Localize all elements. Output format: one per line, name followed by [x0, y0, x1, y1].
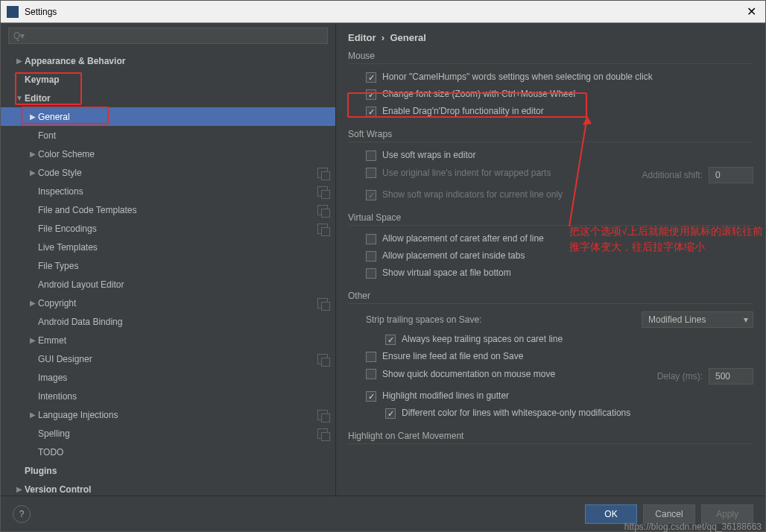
strip-label: Strip trailing spaces on Save:: [366, 314, 481, 325]
search-input[interactable]: [8, 28, 328, 44]
checkbox-icon[interactable]: [366, 151, 376, 161]
tree-item-todo[interactable]: TODO: [1, 443, 335, 461]
checkbox-label: Honor "CamelHumps" words settings when s…: [382, 72, 653, 82]
checkbox-icon: [366, 190, 376, 200]
option-quickdoc[interactable]: Show quick documentation on mouse move D…: [348, 365, 753, 387]
tree-item-label: Plugins: [25, 466, 328, 476]
tree-item-intentions[interactable]: Intentions: [1, 387, 335, 405]
checkbox-icon[interactable]: [366, 72, 376, 83]
strip-select[interactable]: Modified Lines: [642, 311, 753, 328]
tree-item-label: File Types: [38, 261, 328, 271]
cancel-button[interactable]: Cancel: [643, 504, 695, 524]
tree-item-font[interactable]: Font: [1, 126, 335, 145]
option-virtual-tabs[interactable]: Allow placement of caret inside tabs: [348, 247, 753, 265]
checkbox-label: Change font size (Zoom) with Ctrl+Mouse …: [382, 89, 575, 99]
tree-item-inspections[interactable]: Inspections: [1, 182, 335, 200]
titlebar: Settings ✕: [1, 1, 765, 23]
tree-item-images[interactable]: Images: [1, 368, 335, 387]
tree-item-keymap[interactable]: Keymap: [1, 70, 335, 89]
delay-label: Delay (ms):: [657, 371, 703, 381]
checkbox-icon[interactable]: [366, 107, 376, 117]
tree-arrow-icon[interactable]: ▶: [28, 411, 38, 419]
checkbox-label: Use original line's indent for wrapped p…: [382, 168, 551, 178]
settings-tree[interactable]: ▶Appearance & BehaviorKeymap▼Editor▶Gene…: [1, 48, 335, 495]
tree-item-android-layout-editor[interactable]: Android Layout Editor: [1, 275, 335, 294]
checkbox-icon[interactable]: [366, 251, 376, 262]
checkbox-icon[interactable]: [366, 89, 376, 100]
checkbox-icon[interactable]: [385, 335, 396, 345]
option-zoom[interactable]: Change font size (Zoom) with Ctrl+Mouse …: [348, 86, 753, 103]
tree-item-gui-designer[interactable]: GUI Designer: [1, 349, 335, 368]
delay-input: [709, 368, 753, 384]
tree-arrow-icon[interactable]: ▶: [14, 485, 25, 493]
tree-arrow-icon[interactable]: ▶: [14, 57, 25, 65]
tree-item-android-data-binding[interactable]: Android Data Binding: [1, 312, 335, 331]
main-panel: Editor › General Mouse Honor "CamelHumps…: [336, 23, 765, 495]
tree-item-label: File and Code Templates: [38, 205, 317, 215]
checkbox-icon: [366, 168, 376, 178]
option-softwrap-indent: Use original line's indent for wrapped p…: [348, 164, 753, 186]
tree-item-label: TODO: [38, 447, 328, 457]
option-highlight-mod[interactable]: Highlight modified lines in gutter: [348, 387, 753, 405]
tree-item-spelling[interactable]: Spelling: [1, 424, 335, 443]
tree-item-label: Intentions: [38, 391, 328, 402]
tree-item-label: Images: [38, 373, 328, 383]
tree-item-label: Copyright: [38, 298, 317, 308]
tree-item-general[interactable]: ▶General: [1, 107, 335, 126]
checkbox-label: Show soft wrap indicators for current li…: [382, 189, 563, 200]
tree-item-live-templates[interactable]: Live Templates: [1, 238, 335, 256]
tree-item-appearance-behavior[interactable]: ▶Appearance & Behavior: [1, 51, 335, 70]
tree-item-emmet[interactable]: ▶Emmet: [1, 331, 335, 349]
help-button[interactable]: ?: [13, 505, 31, 523]
project-scope-icon: [317, 354, 328, 364]
tree-item-copyright[interactable]: ▶Copyright: [1, 294, 335, 312]
tree-arrow-icon[interactable]: ▶: [28, 150, 38, 158]
checkbox-icon[interactable]: [385, 408, 396, 419]
section-mouse: Mouse: [348, 51, 753, 64]
dialog-footer: ? OK Cancel Apply: [1, 495, 765, 531]
tree-arrow-icon[interactable]: ▶: [28, 336, 38, 344]
tree-item-label: Spelling: [38, 428, 317, 439]
option-keep-caret[interactable]: Always keep trailing spaces on caret lin…: [348, 331, 753, 348]
option-camelhumps[interactable]: Honor "CamelHumps" words settings when s…: [348, 69, 753, 86]
settings-window: Settings ✕ ▶Appearance & BehaviorKeymap▼…: [0, 0, 766, 532]
tree-item-code-style[interactable]: ▶Code Style: [1, 163, 335, 182]
project-scope-icon: [317, 224, 328, 234]
ok-button[interactable]: OK: [585, 504, 637, 524]
tree-item-color-scheme[interactable]: ▶Color Scheme: [1, 145, 335, 163]
close-icon[interactable]: ✕: [744, 4, 759, 19]
tree-item-version-control[interactable]: ▶Version Control: [1, 480, 335, 495]
tree-item-label: Keymap: [25, 75, 328, 85]
tree-item-label: Android Layout Editor: [38, 279, 328, 290]
settings-scroll[interactable]: Mouse Honor "CamelHumps" words settings …: [336, 51, 765, 495]
tree-item-label: Live Templates: [38, 242, 328, 253]
project-scope-icon: [317, 428, 328, 439]
breadcrumb: Editor › General: [336, 23, 765, 51]
option-virtual-eol[interactable]: Allow placement of caret after end of li…: [348, 230, 753, 247]
tree-item-plugins[interactable]: Plugins: [1, 461, 335, 480]
option-ensure-lf[interactable]: Ensure line feed at file end on Save: [348, 348, 753, 365]
option-diff-color[interactable]: Different color for lines with whitespac…: [348, 405, 753, 422]
tree-item-label: Code Style: [38, 168, 317, 178]
checkbox-icon[interactable]: [366, 268, 376, 279]
option-softwrap-use[interactable]: Use soft wraps in editor: [348, 147, 753, 164]
project-scope-icon: [317, 298, 328, 308]
checkbox-icon[interactable]: [366, 391, 376, 402]
option-dnd[interactable]: Enable Drag'n'Drop functionality in edit…: [348, 103, 753, 120]
tree-item-file-types[interactable]: File Types: [1, 256, 335, 275]
option-virtual-bottom[interactable]: Show virtual space at file bottom: [348, 265, 753, 282]
tree-item-file-encodings[interactable]: File Encodings: [1, 219, 335, 238]
section-highlight-caret: Highlight on Caret Movement: [348, 431, 753, 444]
checkbox-icon[interactable]: [366, 234, 376, 244]
checkbox-icon[interactable]: [366, 352, 376, 362]
tree-arrow-icon[interactable]: ▶: [28, 168, 38, 177]
tree-arrow-icon[interactable]: ▼: [14, 94, 25, 102]
tree-item-language-injections[interactable]: ▶Language Injections: [1, 405, 335, 424]
option-strip-spaces: Strip trailing spaces on Save: Modified …: [348, 308, 753, 331]
checkbox-label: Highlight modified lines in gutter: [382, 390, 509, 401]
tree-arrow-icon[interactable]: ▶: [28, 113, 38, 121]
tree-item-file-and-code-templates[interactable]: File and Code Templates: [1, 200, 335, 219]
tree-item-editor[interactable]: ▼Editor: [1, 89, 335, 107]
tree-arrow-icon[interactable]: ▶: [28, 299, 38, 307]
checkbox-icon[interactable]: [366, 369, 376, 379]
